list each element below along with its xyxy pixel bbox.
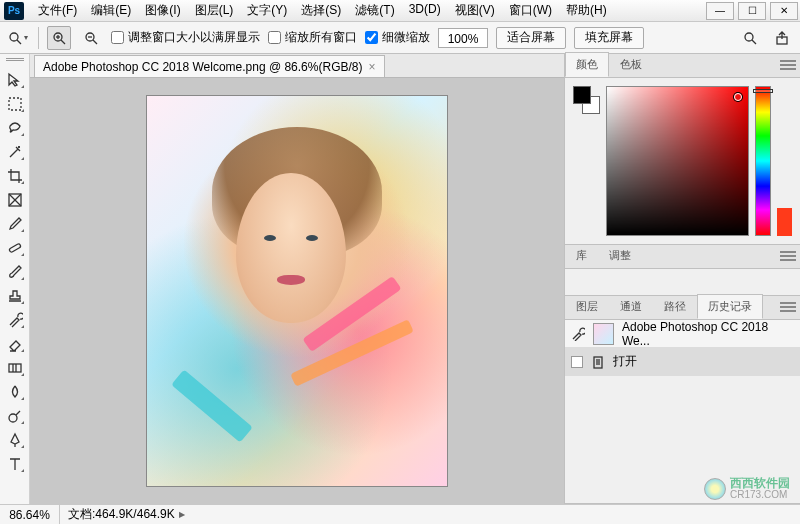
color-panel: 颜色 色板 (565, 54, 800, 245)
tool-dodge[interactable] (4, 406, 26, 426)
zoom-all-check-input[interactable] (268, 31, 281, 44)
image-canvas[interactable] (147, 96, 447, 486)
share-button[interactable] (770, 26, 794, 50)
status-doc-info[interactable]: 文档:464.9K/464.9K ▶ (60, 506, 193, 523)
tool-type[interactable] (4, 454, 26, 474)
menu-3d[interactable]: 3D(D) (403, 0, 447, 21)
options-bar: ▾ 调整窗口大小以满屏显示 缩放所有窗口 细微缩放 100% 适合屏幕 填充屏幕 (0, 22, 800, 54)
search-icon (743, 31, 757, 45)
color-field[interactable] (606, 86, 750, 236)
app-logo: Ps (4, 2, 24, 20)
document-tab-title: Adobe Photoshop CC 2018 Welcome.png @ 86… (43, 60, 362, 74)
history-item-snapshot[interactable]: Adobe Photoshop CC 2018 We... (565, 320, 800, 348)
tool-crop[interactable] (4, 166, 26, 186)
zoom-all-label: 缩放所有窗口 (285, 29, 357, 46)
canvas-viewport[interactable] (30, 78, 564, 504)
status-zoom-field[interactable]: 86.64% (0, 505, 60, 524)
menu-view[interactable]: 视图(V) (449, 0, 501, 21)
svg-line-10 (752, 40, 756, 44)
close-tab-icon[interactable]: × (368, 60, 375, 74)
scrubby-check-input[interactable] (365, 31, 378, 44)
tab-channels[interactable]: 通道 (609, 294, 653, 319)
menu-window[interactable]: 窗口(W) (503, 0, 558, 21)
history-item-open[interactable]: 打开 (565, 348, 800, 376)
tab-swatches[interactable]: 色板 (609, 52, 653, 77)
tool-preset-dropdown[interactable]: ▾ (6, 26, 30, 50)
menu-layer[interactable]: 图层(L) (189, 0, 240, 21)
frame-icon (7, 192, 23, 208)
tool-brush[interactable] (4, 262, 26, 282)
tool-quick-select[interactable] (4, 142, 26, 162)
tab-color[interactable]: 颜色 (565, 52, 609, 77)
zoom-icon (8, 31, 22, 45)
menu-type[interactable]: 文字(Y) (241, 0, 293, 21)
scrubby-label: 细微缩放 (382, 29, 430, 46)
zoom-in-button[interactable] (47, 26, 71, 50)
tool-lasso[interactable] (4, 118, 26, 138)
tool-gradient[interactable] (4, 358, 26, 378)
status-bar: 86.64% 文档:464.9K/464.9K ▶ (0, 504, 800, 524)
layers-panel: 图层 通道 路径 历史记录 Adobe Photoshop CC 2018 We… (565, 296, 800, 504)
tab-history[interactable]: 历史记录 (697, 294, 763, 319)
minimize-button[interactable]: — (706, 2, 734, 20)
tab-layers[interactable]: 图层 (565, 294, 609, 319)
panel-menu-icon[interactable] (780, 249, 796, 263)
zoom-out-button[interactable] (79, 26, 103, 50)
tab-library[interactable]: 库 (565, 243, 598, 268)
workspace: Adobe Photoshop CC 2018 Welcome.png @ 86… (0, 54, 800, 504)
hue-slider[interactable] (755, 86, 770, 236)
tool-pen[interactable] (4, 430, 26, 450)
tool-stamp[interactable] (4, 286, 26, 306)
left-toolbar (0, 54, 30, 504)
chevron-right-icon: ▶ (179, 510, 185, 519)
menu-help[interactable]: 帮助(H) (560, 0, 613, 21)
panel-menu-icon[interactable] (780, 58, 796, 72)
tool-move[interactable] (4, 70, 26, 90)
toolbar-grip[interactable] (6, 58, 24, 64)
tool-blur[interactable] (4, 382, 26, 402)
tool-eraser[interactable] (4, 334, 26, 354)
zoom-out-icon (84, 31, 98, 45)
document-icon (591, 355, 605, 369)
hue-cursor-icon (753, 89, 772, 93)
history-brush-icon (571, 327, 585, 341)
menu-file[interactable]: 文件(F) (32, 0, 83, 21)
menu-bar: 文件(F) 编辑(E) 图像(I) 图层(L) 文字(Y) 选择(S) 滤镜(T… (32, 0, 613, 21)
color-cursor-icon (734, 93, 742, 101)
svg-line-7 (93, 40, 97, 44)
document-tab[interactable]: Adobe Photoshop CC 2018 Welcome.png @ 86… (34, 55, 385, 77)
fill-screen-button[interactable]: 填充屏幕 (574, 27, 644, 49)
tool-history-brush[interactable] (4, 310, 26, 330)
window-controls: — ☐ ✕ (704, 1, 800, 21)
history-item-label: Adobe Photoshop CC 2018 We... (622, 320, 794, 348)
menu-select[interactable]: 选择(S) (295, 0, 347, 21)
panel-menu-icon[interactable] (780, 300, 796, 314)
resize-window-check-input[interactable] (111, 31, 124, 44)
tool-frame[interactable] (4, 190, 26, 210)
foreground-swatch[interactable] (573, 86, 591, 104)
history-thumbnail (593, 323, 614, 345)
tool-eyedropper[interactable] (4, 214, 26, 234)
tool-heal[interactable] (4, 238, 26, 258)
fit-screen-button[interactable]: 适合屏幕 (496, 27, 566, 49)
fg-bg-swatches[interactable] (573, 86, 600, 114)
tab-adjustments[interactable]: 调整 (598, 243, 642, 268)
maximize-button[interactable]: ☐ (738, 2, 766, 20)
library-panel-tabs: 库 调整 (565, 245, 800, 269)
resize-window-checkbox[interactable]: 调整窗口大小以满屏显示 (111, 29, 260, 46)
watermark-text-bottom: CR173.COM (730, 489, 790, 500)
tool-marquee[interactable] (4, 94, 26, 114)
menu-image[interactable]: 图像(I) (139, 0, 186, 21)
zoom-all-windows-checkbox[interactable]: 缩放所有窗口 (268, 29, 357, 46)
scrubby-zoom-checkbox[interactable]: 细微缩放 (365, 29, 430, 46)
zoom-level-field[interactable]: 100% (438, 28, 488, 48)
history-list: Adobe Photoshop CC 2018 We... 打开 (565, 320, 800, 376)
menu-filter[interactable]: 滤镜(T) (349, 0, 400, 21)
close-window-button[interactable]: ✕ (770, 2, 798, 20)
search-button[interactable] (738, 26, 762, 50)
menu-edit[interactable]: 编辑(E) (85, 0, 137, 21)
watermark-logo-icon (704, 478, 726, 500)
svg-point-0 (10, 33, 18, 41)
chevron-down-icon: ▾ (24, 33, 28, 42)
tab-paths[interactable]: 路径 (653, 294, 697, 319)
